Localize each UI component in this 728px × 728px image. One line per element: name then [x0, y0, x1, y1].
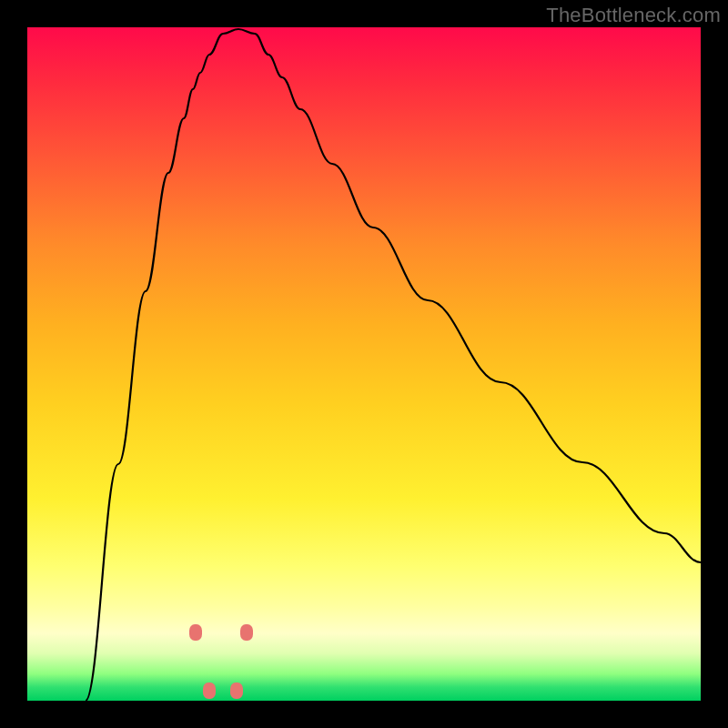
plot-area	[27, 27, 701, 701]
curve-right-arm	[238, 29, 701, 562]
watermark-text: TheBottleneck.com	[546, 4, 721, 27]
right-upper-marker	[240, 624, 253, 641]
curve-left-arm	[86, 29, 238, 701]
curve-layer	[27, 27, 701, 701]
left-lower-marker	[203, 682, 216, 699]
right-lower-marker	[230, 682, 243, 699]
curve-markers	[189, 624, 253, 699]
chart-frame: TheBottleneck.com	[0, 0, 728, 728]
left-upper-marker	[189, 624, 202, 641]
